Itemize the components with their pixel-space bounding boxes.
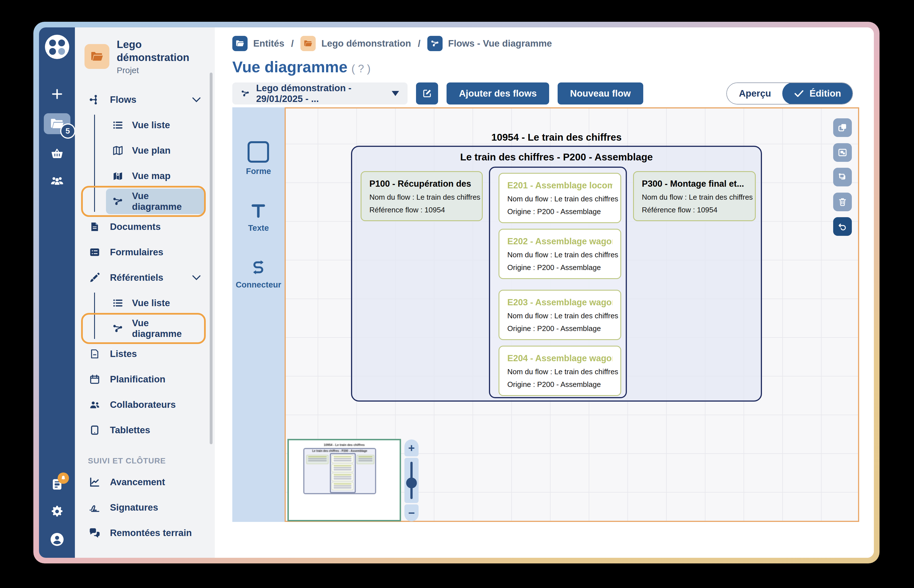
inner-container-e-steps[interactable]: E201 - Assemblage locomotive Nom du flow…: [489, 166, 627, 398]
transform-button[interactable]: [833, 168, 852, 186]
sidebar-item-planification[interactable]: Planification: [83, 367, 205, 392]
delete-button[interactable]: [833, 192, 852, 211]
help-link[interactable]: ( ? ): [352, 63, 371, 75]
sidebar-item-flows[interactable]: Flows: [83, 87, 205, 112]
group-container-p200[interactable]: Le train des chiffres - P200 - Assemblag…: [351, 146, 762, 402]
flow-card-p300[interactable]: P300 - Montage final et... Nom du flow :…: [633, 171, 756, 221]
new-flow-button[interactable]: Nouveau flow: [557, 82, 643, 105]
tool-connecteur[interactable]: Connecteur: [236, 259, 281, 289]
rail-item-notifications[interactable]: [50, 477, 65, 492]
flows-submenu: Vue liste Vue plan Vue map Vue diag: [94, 112, 205, 214]
sidebar-item-documents[interactable]: Documents: [83, 214, 205, 239]
breadcrumb-item[interactable]: Lego démonstration: [321, 38, 411, 49]
flow-card-p100[interactable]: P100 - Récupération des pièces Nom du fl…: [361, 171, 483, 221]
zoom-in-button[interactable]: +: [404, 439, 418, 456]
sidebar-item-formulaires[interactable]: Formulaires: [83, 239, 205, 265]
sidebar-item-label: Vue plan: [132, 145, 170, 156]
flow-card-e203[interactable]: E203 - Assemblage wagon vert Nom du flow…: [499, 290, 621, 340]
connector-icon: [250, 259, 267, 276]
screen: 5: [0, 0, 914, 588]
sidebar-item-label: Remontées terrain: [110, 528, 192, 538]
bell-icon: [60, 475, 67, 481]
sidebar-item-tablettes[interactable]: Tablettes: [83, 417, 205, 443]
sidebar-item-flows-vue-map[interactable]: Vue map: [106, 163, 205, 189]
card-line: Nom du flow : Le train des chiffres: [369, 193, 474, 202]
sidebar-item-avancement[interactable]: Avancement: [83, 469, 205, 495]
diagram-icon: [241, 88, 250, 99]
rail-item-basket[interactable]: [50, 147, 64, 161]
rail-item-team[interactable]: [49, 173, 65, 188]
signature-icon: [88, 501, 102, 514]
chevron-down-icon: [192, 275, 201, 280]
calendar-icon: [88, 373, 102, 386]
flow-card-e201[interactable]: E201 - Assemblage locomotive Nom du flow…: [499, 173, 621, 223]
zoom-slider-handle[interactable]: [406, 478, 417, 488]
caret-down-icon: [392, 91, 399, 96]
sidebar-scrollbar[interactable]: [210, 73, 212, 444]
flow-card-e204[interactable]: E204 - Assemblage wagon bleu Nom du flow…: [499, 346, 621, 396]
rail-item-account[interactable]: [49, 531, 65, 548]
undo-button[interactable]: [833, 217, 852, 236]
sidebar-item-remontees-terrain[interactable]: Remontées terrain: [83, 520, 205, 546]
sidebar-item-label: Vue map: [132, 171, 170, 181]
tool-label: Connecteur: [236, 280, 281, 289]
sidebar-item-referentiels[interactable]: Référentiels: [83, 265, 205, 290]
app-logo-icon[interactable]: [45, 35, 69, 59]
sidebar-item-label: Collaborateurs: [110, 399, 176, 410]
card-line: Référence flow : 10954: [642, 205, 747, 214]
card-title: E204 - Assemblage wagon bleu: [507, 353, 613, 363]
project-header[interactable]: Lego démonstration Projet: [75, 27, 215, 82]
account-icon: [49, 531, 65, 548]
sidebar-item-flows-vue-liste[interactable]: Vue liste: [106, 112, 205, 138]
sidebar-item-collaborateurs[interactable]: Collaborateurs: [83, 392, 205, 417]
card-title: E202 - Assemblage wagon...: [507, 236, 613, 247]
zoom-control: + −: [404, 439, 418, 521]
card-line: Nom du flow : Le train des chiffres: [507, 367, 613, 376]
edition-toggle[interactable]: Édition: [782, 82, 853, 105]
notification-bell-badge: [58, 472, 69, 484]
chevron-down-icon: [192, 97, 201, 102]
project-folder-icon: [84, 44, 109, 69]
tool-label: Forme: [246, 166, 271, 176]
sidebar-item-referentiels-vue-diagramme[interactable]: Vue diagramme: [106, 316, 205, 341]
breadcrumb-item[interactable]: Flows - Vue diagramme: [448, 38, 552, 49]
diagram-selector[interactable]: Lego démonstration - 29/01/2025 - ...: [232, 82, 408, 105]
minimap[interactable]: 10954 - Le train des chiffres Le train d…: [287, 439, 401, 521]
diagram-title[interactable]: 10954 - Le train des chiffres: [351, 132, 762, 143]
breadcrumb-project-icon: [300, 36, 316, 51]
tool-texte[interactable]: Texte: [248, 202, 269, 233]
project-title: Lego démonstration: [117, 38, 206, 65]
rail-item-settings[interactable]: [50, 504, 65, 519]
map-icon: [111, 144, 125, 157]
add-button[interactable]: [49, 86, 65, 102]
image-frame-button[interactable]: [833, 143, 852, 162]
sidebar-item-referentiels-vue-liste[interactable]: Vue liste: [106, 290, 205, 316]
trash-icon: [838, 197, 847, 207]
edit-diagram-button[interactable]: [416, 82, 438, 105]
shape-palette: Forme Texte Connecteur: [232, 107, 285, 522]
sidebar-item-listes[interactable]: Listes: [83, 341, 205, 367]
duplicate-button[interactable]: [833, 118, 852, 137]
card-title: P300 - Montage final et...: [642, 179, 747, 189]
breadcrumb-item[interactable]: Entités: [253, 38, 284, 49]
sidebar-item-flows-vue-plan[interactable]: Vue plan: [106, 138, 205, 163]
left-rail: 5: [39, 27, 75, 558]
mode-toggle: Aperçu Édition: [726, 82, 853, 105]
zoom-slider[interactable]: [404, 458, 418, 503]
sidebar-item-flows-vue-diagramme[interactable]: Vue diagramme: [106, 189, 205, 214]
chat-bubbles-icon: [88, 526, 102, 540]
breadcrumb: Entités / Lego démonstration / Flows - V…: [232, 36, 552, 51]
app-window: 5: [39, 27, 874, 558]
sidebar-item-signatures[interactable]: Signatures: [83, 495, 205, 520]
preview-toggle[interactable]: Aperçu: [727, 83, 783, 104]
sidebar: Lego démonstration Projet Flows: [75, 27, 215, 558]
edit-icon: [421, 88, 433, 99]
breadcrumb-separator: /: [290, 38, 295, 49]
zoom-out-button[interactable]: −: [404, 504, 418, 521]
flow-card-e202[interactable]: E202 - Assemblage wagon... Nom du flow :…: [499, 229, 621, 279]
rail-item-projects[interactable]: 5: [44, 113, 70, 134]
tool-forme[interactable]: Forme: [246, 141, 271, 176]
diagram-canvas[interactable]: 10954 - Le train des chiffres Le train d…: [285, 107, 859, 522]
add-flows-button[interactable]: Ajouter des flows: [447, 82, 549, 105]
image-icon: [838, 148, 847, 157]
